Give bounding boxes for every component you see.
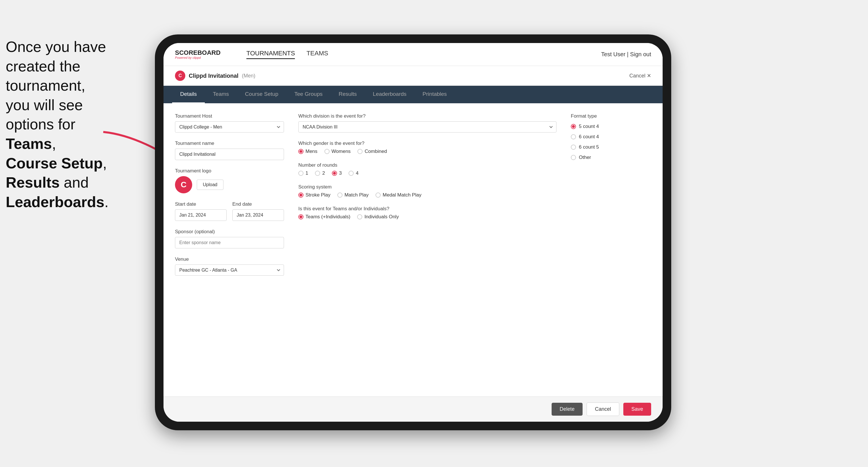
tab-leaderboards[interactable]: Leaderboards (365, 86, 414, 103)
logo-circle: C (175, 176, 192, 193)
teams-plus-ind[interactable]: Teams (+Individuals) (298, 214, 350, 220)
breadcrumb: C Clippd Invitational (Men) (175, 70, 255, 81)
rounds-3-radio[interactable] (332, 171, 337, 176)
teams-plus-ind-radio[interactable] (298, 214, 304, 219)
end-date-label: End date (232, 201, 284, 207)
format-6count5-radio[interactable] (571, 145, 576, 150)
individuals-only[interactable]: Individuals Only (357, 214, 399, 220)
tab-teams[interactable]: Teams (205, 86, 237, 103)
rounds-4-radio[interactable] (348, 171, 354, 176)
scoring-medal-match[interactable]: Medal Match Play (375, 192, 422, 198)
sponsor-input[interactable] (175, 237, 284, 248)
gender-mens-radio[interactable] (298, 149, 304, 154)
rounds-2-radio[interactable] (315, 171, 320, 176)
nav-tournaments[interactable]: TOURNAMENTS (246, 50, 295, 59)
rounds-1[interactable]: 1 (298, 170, 308, 176)
tournament-icon: C (175, 70, 185, 81)
delete-button[interactable]: Delete (552, 403, 583, 416)
save-button[interactable]: Save (623, 403, 651, 416)
sponsor-group: Sponsor (optional) (175, 229, 284, 248)
rounds-2-label: 2 (322, 170, 325, 176)
top-nav: SCOREBOARD Powered by clippd TOURNAMENTS… (163, 43, 662, 66)
gender-womens[interactable]: Womens (324, 149, 351, 154)
division-select[interactable]: NCAA Division III (298, 121, 557, 132)
division-label: Which division is the event for? (298, 113, 557, 119)
format-6count4-label: 6 count 4 (579, 134, 599, 140)
format-type-column: Format type 5 count 4 6 count 4 6 count … (571, 113, 651, 386)
tab-details[interactable]: Details (172, 86, 205, 103)
tablet-frame: SCOREBOARD Powered by clippd TOURNAMENTS… (155, 34, 671, 430)
venue-select[interactable]: Peachtree GC - Atlanta - GA (175, 264, 284, 276)
rounds-3[interactable]: 3 (332, 170, 342, 176)
format-6count4[interactable]: 6 count 4 (571, 134, 651, 140)
gender-womens-label: Womens (332, 149, 351, 154)
end-date-input[interactable] (232, 209, 284, 221)
scoring-match-radio[interactable] (337, 192, 342, 198)
tournament-name-label: Tournament name (175, 141, 284, 146)
rounds-2[interactable]: 2 (315, 170, 325, 176)
rounds-4[interactable]: 4 (348, 170, 358, 176)
form-left-column: Tournament Host Clippd College - Men Tou… (175, 113, 284, 386)
rounds-3-label: 3 (339, 170, 342, 176)
tab-course-setup[interactable]: Course Setup (237, 86, 286, 103)
tournament-logo-group: Tournament logo C Upload (175, 168, 284, 193)
teams-plus-ind-label: Teams (+Individuals) (306, 214, 350, 220)
cancel-button[interactable]: Cancel (587, 402, 619, 416)
format-5count4-radio[interactable] (571, 124, 576, 129)
date-row: Start date End date (175, 201, 284, 221)
format-6count4-radio[interactable] (571, 134, 576, 139)
start-date-input[interactable] (175, 209, 227, 221)
individuals-only-radio[interactable] (357, 214, 362, 219)
rounds-4-label: 4 (356, 170, 358, 176)
format-6count5-label: 6 count 5 (579, 144, 599, 150)
nav-links: TOURNAMENTS TEAMS (246, 50, 328, 59)
scoring-medal-radio[interactable] (375, 192, 381, 198)
user-text[interactable]: Test User | Sign out (601, 51, 651, 57)
tab-results[interactable]: Results (331, 86, 365, 103)
scoring-stroke-radio[interactable] (298, 192, 304, 198)
gender-radio-group: Mens Womens Combined (298, 149, 557, 154)
gender-womens-radio[interactable] (324, 149, 330, 154)
gender-combined-label: Combined (365, 149, 387, 154)
main-content: Tournament Host Clippd College - Men Tou… (163, 103, 662, 397)
division-group: Which division is the event for? NCAA Di… (298, 113, 557, 132)
gender-group: Which gender is the event for? Mens Wome… (298, 141, 557, 154)
nav-teams[interactable]: TEAMS (306, 50, 328, 59)
format-6count5[interactable]: 6 count 5 (571, 144, 651, 150)
tournament-logo-label: Tournament logo (175, 168, 284, 174)
scoring-radio-group: Stroke Play Match Play Medal Match Play (298, 192, 557, 198)
format-5count4[interactable]: 5 count 4 (571, 124, 651, 129)
format-5count4-label: 5 count 4 (579, 124, 599, 129)
tab-bar: Details Teams Course Setup Tee Groups Re… (163, 86, 662, 103)
logo-sub: Powered by clippd (175, 56, 221, 59)
gender-mens[interactable]: Mens (298, 149, 317, 154)
tablet-screen: SCOREBOARD Powered by clippd TOURNAMENTS… (163, 43, 662, 422)
logo-upload-area: C Upload (175, 176, 284, 193)
upload-button[interactable]: Upload (197, 180, 223, 190)
rounds-radio-group: 1 2 3 4 (298, 170, 557, 176)
cancel-top-button[interactable]: Cancel ✕ (629, 72, 651, 79)
user-area: Test User | Sign out (601, 51, 651, 58)
tournament-sub: (Men) (242, 73, 255, 79)
tab-tee-groups[interactable]: Tee Groups (286, 86, 331, 103)
format-other[interactable]: Other (571, 155, 651, 160)
individuals-only-label: Individuals Only (364, 214, 399, 220)
tournament-host-select[interactable]: Clippd College - Men (175, 121, 284, 132)
scoring-stroke-label: Stroke Play (306, 192, 331, 198)
scoring-label: Scoring system (298, 184, 557, 190)
tournament-host-label: Tournament Host (175, 113, 284, 119)
rounds-1-radio[interactable] (298, 171, 304, 176)
form-mid-column: Which division is the event for? NCAA Di… (298, 113, 557, 386)
gender-combined-radio[interactable] (358, 149, 363, 154)
scoring-stroke[interactable]: Stroke Play (298, 192, 331, 198)
tournament-host-group: Tournament Host Clippd College - Men (175, 113, 284, 132)
scoring-match[interactable]: Match Play (337, 192, 369, 198)
gender-label: Which gender is the event for? (298, 141, 557, 146)
gender-combined[interactable]: Combined (358, 149, 387, 154)
tab-printables[interactable]: Printables (414, 86, 455, 103)
scoring-medal-label: Medal Match Play (383, 192, 422, 198)
format-other-radio[interactable] (571, 155, 576, 160)
start-date-group: Start date (175, 201, 227, 221)
rounds-label: Number of rounds (298, 162, 557, 168)
tournament-name-input[interactable] (175, 149, 284, 160)
